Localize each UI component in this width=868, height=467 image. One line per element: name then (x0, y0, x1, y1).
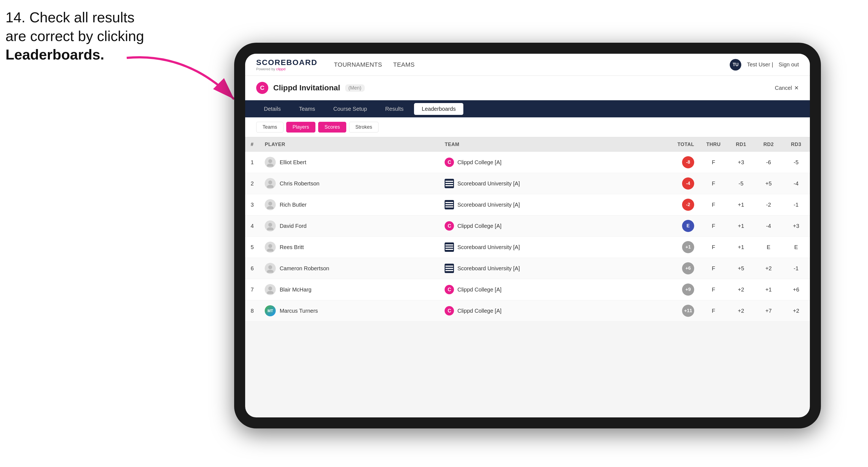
table-header-row: # PLAYER TEAM TOTAL THRU RD1 RD2 RD3 (245, 137, 810, 152)
col-thru: THRU (700, 137, 727, 152)
sign-out-link[interactable]: Sign out (779, 61, 799, 68)
nav-tournaments[interactable]: TOURNAMENTS (334, 60, 382, 70)
team-name: Scoreboard University [A] (457, 181, 520, 187)
tab-details[interactable]: Details (256, 103, 288, 115)
total-cell: -4 (645, 173, 700, 194)
team-logo: C (444, 306, 454, 315)
score-badge: +11 (682, 305, 694, 317)
tournament-name: Clippd Invitational (273, 84, 340, 92)
col-player: PLAYER (259, 137, 439, 152)
thru-cell: F (700, 258, 727, 279)
svg-point-2 (267, 164, 274, 167)
svg-rect-11 (445, 204, 453, 205)
team-cell: Scoreboard University [A] (439, 258, 645, 279)
header-user-label: Test User | (747, 61, 773, 68)
nav-teams[interactable]: TEAMS (393, 60, 414, 70)
total-cell: -2 (645, 194, 700, 215)
svg-rect-10 (445, 202, 453, 203)
thru-cell: F (700, 215, 727, 237)
table-row: 3 Rich Butler Scoreboard University [A]-… (245, 194, 810, 215)
rank-cell: 5 (245, 237, 259, 258)
col-rank: # (245, 137, 259, 152)
team-logo: C (444, 285, 454, 294)
svg-point-25 (268, 286, 272, 290)
svg-point-4 (267, 185, 274, 188)
player-name: Marcus Turners (280, 308, 318, 314)
svg-rect-22 (445, 266, 453, 267)
player-name: Rees Britt (280, 244, 304, 250)
svg-rect-17 (445, 244, 453, 246)
tab-course-setup[interactable]: Course Setup (326, 103, 375, 115)
player-cell: Rich Butler (259, 194, 439, 215)
filter-scores-button[interactable]: Scores (318, 122, 346, 132)
rank-cell: 6 (245, 258, 259, 279)
rd3-cell: -4 (782, 173, 810, 194)
rd2-cell: +1 (755, 279, 782, 300)
rd1-cell: +1 (727, 194, 755, 215)
nav-links: TOURNAMENTS TEAMS (334, 60, 730, 70)
team-cell: Scoreboard University [A] (439, 194, 645, 215)
rd1-cell: +1 (727, 237, 755, 258)
filter-row: Teams Players Scores Strokes (245, 117, 810, 137)
total-cell: +6 (645, 258, 700, 279)
rd3-cell: +2 (782, 300, 810, 321)
tournament-title-area: C Clippd Invitational (Men) (256, 82, 365, 94)
team-logo (444, 200, 454, 209)
rd3-cell: -1 (782, 258, 810, 279)
user-avatar: TU (730, 59, 741, 70)
tab-leaderboards[interactable]: Leaderboards (414, 103, 463, 115)
leaderboard-table-container: # PLAYER TEAM TOTAL THRU RD1 RD2 RD3 1 (245, 137, 810, 321)
team-name: Clippd College [A] (457, 286, 501, 293)
player-name: Cameron Robertson (280, 265, 329, 272)
player-cell: Chris Robertson (259, 173, 439, 194)
team-cell: CClippd College [A] (439, 152, 645, 173)
svg-point-14 (267, 227, 274, 230)
tab-navigation: Details Teams Course Setup Results Leade… (245, 100, 810, 117)
instruction-text: 14. Check all results are correct by cli… (5, 8, 171, 64)
logo-sub: Powered by clippd (256, 67, 317, 71)
svg-point-9 (267, 206, 274, 209)
team-name: Clippd College [A] (457, 308, 501, 314)
player-avatar (265, 263, 276, 274)
rd1-cell: +2 (727, 300, 755, 321)
close-icon: ✕ (794, 85, 799, 91)
table-row: 4 David FordCClippd College [A]EF+1-4+3 (245, 215, 810, 237)
rank-cell: 1 (245, 152, 259, 173)
table-row: 2 Chris Robertson Scoreboard University … (245, 173, 810, 194)
tab-teams[interactable]: Teams (291, 103, 323, 115)
filter-strokes-button[interactable]: Strokes (349, 122, 378, 132)
filter-players-button[interactable]: Players (286, 122, 315, 132)
col-team: TEAM (439, 137, 645, 152)
rank-cell: 3 (245, 194, 259, 215)
svg-rect-12 (445, 206, 453, 208)
col-rd3: RD3 (782, 137, 810, 152)
team-cell: CClippd College [A] (439, 300, 645, 321)
player-avatar (265, 178, 276, 189)
rd1-cell: +5 (727, 258, 755, 279)
table-body: 1 Elliot EbertCClippd College [A]-8F+3-6… (245, 152, 810, 321)
team-logo: C (444, 158, 454, 167)
team-cell: CClippd College [A] (439, 215, 645, 237)
svg-rect-24 (445, 270, 453, 271)
player-cell: Cameron Robertson (259, 258, 439, 279)
player-avatar (265, 284, 276, 295)
cancel-button[interactable]: Cancel ✕ (775, 85, 799, 91)
total-cell: E (645, 215, 700, 237)
rank-cell: 7 (245, 279, 259, 300)
thru-cell: F (700, 237, 727, 258)
team-logo (444, 179, 454, 188)
tablet-frame: SCOREBOARD Powered by clippd TOURNAMENTS… (234, 43, 821, 429)
team-cell: Scoreboard University [A] (439, 237, 645, 258)
rd1-cell: +2 (727, 279, 755, 300)
tablet-screen: SCOREBOARD Powered by clippd TOURNAMENTS… (245, 54, 810, 417)
rd2-cell: +5 (755, 173, 782, 194)
rd2-cell: E (755, 237, 782, 258)
thru-cell: F (700, 300, 727, 321)
tab-results[interactable]: Results (377, 103, 411, 115)
player-name: Chris Robertson (280, 181, 319, 187)
filter-teams-button[interactable]: Teams (256, 122, 283, 132)
table-row: 1 Elliot EbertCClippd College [A]-8F+3-6… (245, 152, 810, 173)
rd3-cell: -1 (782, 194, 810, 215)
score-badge: +9 (682, 283, 694, 295)
score-badge: -4 (682, 178, 694, 190)
